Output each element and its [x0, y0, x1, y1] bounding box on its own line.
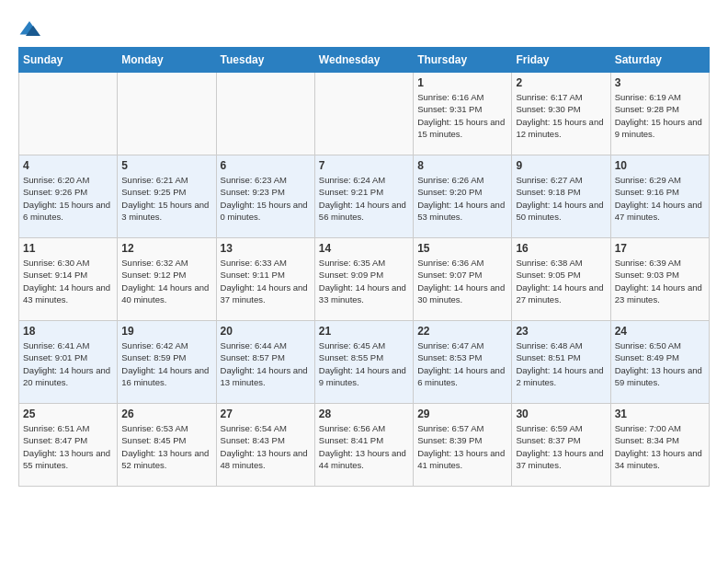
- day-number: 26: [121, 408, 211, 420]
- calendar-cell: 7Sunrise: 6:24 AM Sunset: 9:21 PM Daylig…: [314, 155, 413, 238]
- day-info: Sunrise: 6:29 AM Sunset: 9:16 PM Dayligh…: [615, 174, 705, 223]
- day-number: 8: [417, 159, 507, 172]
- day-info: Sunrise: 6:20 AM Sunset: 9:26 PM Dayligh…: [23, 174, 113, 223]
- day-number: 10: [615, 159, 705, 172]
- day-info: Sunrise: 6:57 AM Sunset: 8:39 PM Dayligh…: [417, 422, 507, 471]
- day-number: 18: [23, 325, 113, 338]
- calendar-cell: 5Sunrise: 6:21 AM Sunset: 9:25 PM Daylig…: [118, 155, 216, 238]
- calendar-cell: 17Sunrise: 6:39 AM Sunset: 9:03 PM Dayli…: [610, 238, 709, 321]
- weekday-header-tuesday: Tuesday: [216, 48, 314, 73]
- calendar-cell: 23Sunrise: 6:48 AM Sunset: 8:51 PM Dayli…: [512, 321, 610, 404]
- calendar-cell: 20Sunrise: 6:44 AM Sunset: 8:57 PM Dayli…: [216, 321, 314, 404]
- calendar-cell: 12Sunrise: 6:32 AM Sunset: 9:12 PM Dayli…: [118, 238, 216, 321]
- day-number: 20: [221, 325, 311, 338]
- calendar-cell: 14Sunrise: 6:35 AM Sunset: 9:09 PM Dayli…: [314, 238, 413, 321]
- day-number: 4: [23, 159, 113, 172]
- calendar-week-1: 1Sunrise: 6:16 AM Sunset: 9:31 PM Daylig…: [19, 73, 710, 155]
- day-number: 6: [221, 159, 311, 172]
- weekday-header-monday: Monday: [118, 48, 216, 73]
- day-number: 11: [23, 242, 113, 255]
- day-info: Sunrise: 6:42 AM Sunset: 8:59 PM Dayligh…: [121, 339, 211, 388]
- calendar-cell: 19Sunrise: 6:42 AM Sunset: 8:59 PM Dayli…: [118, 321, 216, 404]
- day-number: 3: [615, 76, 705, 89]
- logo: [18, 18, 44, 38]
- calendar-cell: 4Sunrise: 6:20 AM Sunset: 9:26 PM Daylig…: [19, 155, 118, 238]
- page-header: [18, 18, 710, 38]
- weekday-header-sunday: Sunday: [19, 48, 118, 73]
- day-info: Sunrise: 6:33 AM Sunset: 9:11 PM Dayligh…: [221, 257, 311, 305]
- calendar-week-4: 18Sunrise: 6:41 AM Sunset: 9:01 PM Dayli…: [19, 321, 710, 404]
- calendar-cell: 13Sunrise: 6:33 AM Sunset: 9:11 PM Dayli…: [216, 238, 314, 321]
- day-number: 5: [121, 159, 211, 172]
- calendar-cell: 6Sunrise: 6:23 AM Sunset: 9:23 PM Daylig…: [216, 155, 314, 238]
- day-number: 16: [516, 242, 606, 255]
- weekday-header-wednesday: Wednesday: [314, 48, 413, 73]
- day-number: 31: [615, 408, 705, 420]
- calendar-cell: 28Sunrise: 6:56 AM Sunset: 8:41 PM Dayli…: [314, 404, 413, 487]
- day-info: Sunrise: 7:00 AM Sunset: 8:34 PM Dayligh…: [615, 422, 705, 471]
- day-number: 2: [516, 76, 606, 89]
- calendar-cell: 11Sunrise: 6:30 AM Sunset: 9:14 PM Dayli…: [19, 238, 118, 321]
- calendar-cell: 24Sunrise: 6:50 AM Sunset: 8:49 PM Dayli…: [610, 321, 709, 404]
- calendar-cell: 16Sunrise: 6:38 AM Sunset: 9:05 PM Dayli…: [512, 238, 610, 321]
- day-info: Sunrise: 6:53 AM Sunset: 8:45 PM Dayligh…: [121, 422, 211, 471]
- calendar-cell: [216, 73, 314, 155]
- day-number: 22: [417, 325, 507, 338]
- calendar-cell: 26Sunrise: 6:53 AM Sunset: 8:45 PM Dayli…: [118, 404, 216, 487]
- day-info: Sunrise: 6:26 AM Sunset: 9:20 PM Dayligh…: [417, 174, 507, 223]
- calendar-cell: 30Sunrise: 6:59 AM Sunset: 8:37 PM Dayli…: [512, 404, 610, 487]
- day-number: 29: [417, 408, 507, 420]
- calendar-cell: [118, 73, 216, 155]
- weekday-header-friday: Friday: [512, 48, 610, 73]
- day-info: Sunrise: 6:51 AM Sunset: 8:47 PM Dayligh…: [23, 422, 113, 471]
- day-number: 15: [417, 242, 507, 255]
- day-number: 27: [221, 408, 311, 420]
- day-info: Sunrise: 6:47 AM Sunset: 8:53 PM Dayligh…: [417, 339, 507, 388]
- day-info: Sunrise: 6:24 AM Sunset: 9:21 PM Dayligh…: [319, 174, 409, 223]
- day-number: 1: [417, 76, 507, 89]
- day-number: 21: [319, 325, 409, 338]
- calendar-cell: 18Sunrise: 6:41 AM Sunset: 9:01 PM Dayli…: [19, 321, 118, 404]
- day-info: Sunrise: 6:19 AM Sunset: 9:28 PM Dayligh…: [615, 91, 705, 140]
- day-info: Sunrise: 6:27 AM Sunset: 9:18 PM Dayligh…: [516, 174, 606, 223]
- day-info: Sunrise: 6:23 AM Sunset: 9:23 PM Dayligh…: [221, 174, 311, 223]
- day-info: Sunrise: 6:45 AM Sunset: 8:55 PM Dayligh…: [319, 339, 409, 388]
- day-info: Sunrise: 6:56 AM Sunset: 8:41 PM Dayligh…: [319, 422, 409, 471]
- day-info: Sunrise: 6:21 AM Sunset: 9:25 PM Dayligh…: [121, 174, 211, 223]
- day-info: Sunrise: 6:41 AM Sunset: 9:01 PM Dayligh…: [23, 339, 113, 388]
- day-info: Sunrise: 6:35 AM Sunset: 9:09 PM Dayligh…: [319, 257, 409, 305]
- day-info: Sunrise: 6:54 AM Sunset: 8:43 PM Dayligh…: [221, 422, 311, 471]
- logo-icon: [18, 19, 40, 38]
- day-number: 13: [221, 242, 311, 255]
- day-number: 28: [319, 408, 409, 420]
- calendar-table: SundayMondayTuesdayWednesdayThursdayFrid…: [18, 47, 710, 487]
- calendar-cell: 21Sunrise: 6:45 AM Sunset: 8:55 PM Dayli…: [314, 321, 413, 404]
- day-info: Sunrise: 6:36 AM Sunset: 9:07 PM Dayligh…: [417, 257, 507, 305]
- day-number: 9: [516, 159, 606, 172]
- calendar-cell: 27Sunrise: 6:54 AM Sunset: 8:43 PM Dayli…: [216, 404, 314, 487]
- day-number: 30: [516, 408, 606, 420]
- calendar-cell: 15Sunrise: 6:36 AM Sunset: 9:07 PM Dayli…: [414, 238, 512, 321]
- calendar-cell: 2Sunrise: 6:17 AM Sunset: 9:30 PM Daylig…: [512, 73, 610, 155]
- calendar-cell: 3Sunrise: 6:19 AM Sunset: 9:28 PM Daylig…: [610, 73, 709, 155]
- day-number: 12: [121, 242, 211, 255]
- day-info: Sunrise: 6:48 AM Sunset: 8:51 PM Dayligh…: [516, 339, 606, 388]
- day-number: 17: [615, 242, 705, 255]
- day-info: Sunrise: 6:44 AM Sunset: 8:57 PM Dayligh…: [221, 339, 311, 388]
- calendar-cell: 29Sunrise: 6:57 AM Sunset: 8:39 PM Dayli…: [414, 404, 512, 487]
- calendar-cell: 10Sunrise: 6:29 AM Sunset: 9:16 PM Dayli…: [610, 155, 709, 238]
- calendar-week-5: 25Sunrise: 6:51 AM Sunset: 8:47 PM Dayli…: [19, 404, 710, 487]
- calendar-cell: 9Sunrise: 6:27 AM Sunset: 9:18 PM Daylig…: [512, 155, 610, 238]
- day-info: Sunrise: 6:17 AM Sunset: 9:30 PM Dayligh…: [516, 91, 606, 140]
- day-info: Sunrise: 6:16 AM Sunset: 9:31 PM Dayligh…: [417, 91, 507, 140]
- day-number: 14: [319, 242, 409, 255]
- calendar-cell: 22Sunrise: 6:47 AM Sunset: 8:53 PM Dayli…: [414, 321, 512, 404]
- day-info: Sunrise: 6:39 AM Sunset: 9:03 PM Dayligh…: [615, 257, 705, 305]
- day-number: 24: [615, 325, 705, 338]
- calendar-cell: 31Sunrise: 7:00 AM Sunset: 8:34 PM Dayli…: [610, 404, 709, 487]
- day-info: Sunrise: 6:32 AM Sunset: 9:12 PM Dayligh…: [121, 257, 211, 305]
- calendar-week-3: 11Sunrise: 6:30 AM Sunset: 9:14 PM Dayli…: [19, 238, 710, 321]
- calendar-cell: 25Sunrise: 6:51 AM Sunset: 8:47 PM Dayli…: [19, 404, 118, 487]
- day-info: Sunrise: 6:30 AM Sunset: 9:14 PM Dayligh…: [23, 257, 113, 305]
- day-number: 7: [319, 159, 409, 172]
